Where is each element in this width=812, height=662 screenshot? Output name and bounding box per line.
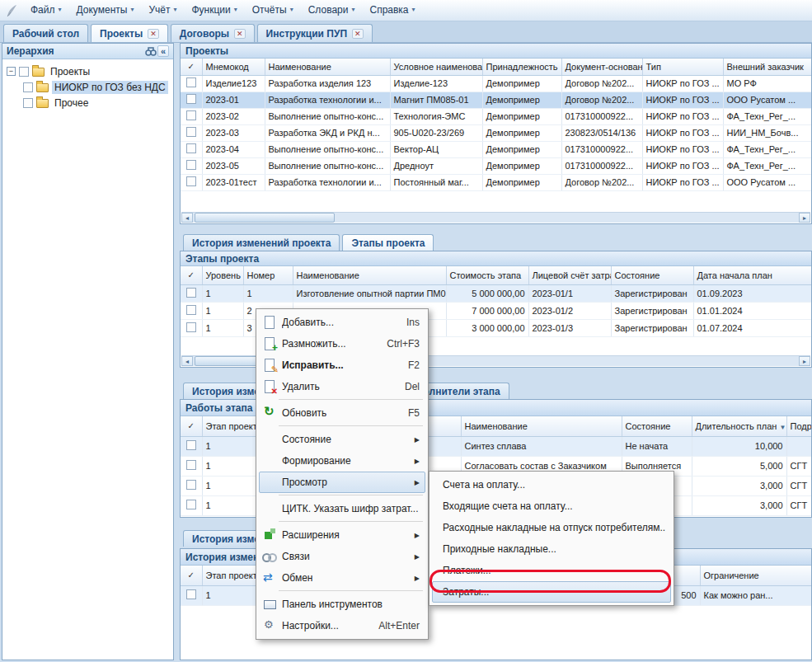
check-column-header[interactable]: ✓ [181, 59, 202, 75]
menu-item-citk-cost-code[interactable]: ЦИТК. Указать шифр затрат... [259, 498, 425, 519]
tab-project-stages[interactable]: Этапы проекта [342, 234, 434, 251]
col-plan-start-date[interactable]: Дата начала план [693, 266, 812, 284]
tree-node-other[interactable]: Прочее [4, 95, 171, 110]
col-department[interactable]: Подр... [786, 416, 812, 436]
row-checkbox[interactable] [186, 440, 196, 450]
col-name[interactable]: Наименование [461, 416, 622, 436]
col-external-customer[interactable]: Внешний заказчик [723, 59, 812, 75]
col-name[interactable]: Наименование [293, 266, 446, 284]
col-type[interactable]: Тип [642, 59, 723, 75]
close-icon[interactable]: ✕ [234, 29, 246, 39]
cell: 5,000 [692, 456, 786, 476]
col-name[interactable]: Наименование [265, 59, 390, 75]
col-belonging[interactable]: Принадлежность [482, 59, 561, 75]
close-icon[interactable]: ✕ [148, 29, 159, 39]
binoculars-icon[interactable] [144, 45, 157, 58]
row-checkbox[interactable] [186, 480, 196, 490]
menu-item-formation[interactable]: Формирование▶ [259, 450, 425, 472]
panel-title-text: Проекты [185, 45, 228, 57]
menubar-item-help[interactable]: Справка▾ [363, 2, 421, 19]
row-checkbox[interactable] [186, 160, 196, 170]
row-checkbox[interactable] [186, 460, 196, 470]
menu-item-exchange[interactable]: Обмен▶ [259, 567, 425, 589]
menu-item-settings[interactable]: Настройки...Alt+Enter [259, 615, 425, 636]
row-checkbox[interactable] [186, 322, 196, 332]
row-checkbox[interactable] [186, 305, 196, 315]
submenu-item-expense-notes[interactable]: Расходные накладные на отпуск потребител… [432, 517, 671, 538]
cell: 230823/0514/136 [561, 124, 642, 141]
row-checkbox[interactable] [186, 143, 196, 153]
submenu-item-invoices[interactable]: Счета на оплату... [432, 474, 671, 495]
panel-title-text: История измен [185, 552, 259, 563]
table-row-selected[interactable]: 2023-01Разработка технологии и...Магнит … [181, 92, 812, 108]
menubar-item-file[interactable]: Файл▾ [24, 2, 68, 19]
menubar-item-reports[interactable]: Отчёты▾ [246, 2, 300, 19]
col-plan-duration[interactable]: Длительность план ▼ [692, 416, 786, 436]
col-mnemocode[interactable]: Мнемокод [202, 59, 265, 75]
col-level[interactable]: Уровень [202, 266, 243, 284]
menu-item-links[interactable]: Связи▶ [259, 546, 425, 567]
col-basis-document[interactable]: Документ-основан [561, 59, 642, 75]
submenu-item-receipt-notes[interactable]: Приходные накладные... [432, 538, 671, 560]
check-column-header[interactable]: ✓ [181, 416, 202, 436]
col-stage-cost[interactable]: Стоимость этапа [446, 266, 528, 284]
menu-item-delete[interactable]: УдалитьDel [259, 376, 425, 397]
col-cost-account[interactable]: Лицевой счёт затрат [528, 266, 611, 284]
menu-item-view[interactable]: Просмотр▶ [259, 472, 425, 493]
menu-item-duplicate[interactable]: Размножить...Ctrl+F3 [259, 333, 425, 354]
table-row[interactable]: 2023-01тестРазработка технологии и...Пос… [181, 174, 812, 190]
tab-contracts[interactable]: Договоры✕ [171, 24, 255, 42]
row-checkbox[interactable] [186, 500, 196, 509]
col-state[interactable]: Состояние [611, 266, 693, 284]
menu-item-extensions[interactable]: Расширения▶ [259, 524, 425, 546]
row-checkbox[interactable] [186, 127, 196, 137]
table-row[interactable]: 2023-02Выполнение опытно-конс...Технолог… [181, 108, 812, 124]
table-row-current[interactable]: 11Изготовление опытной партии ПМ0...5 00… [181, 284, 812, 302]
menubar-item-documents[interactable]: Документы▾ [70, 2, 141, 19]
collapse-panel-button[interactable]: « [157, 45, 169, 57]
table-row[interactable]: Изделие123Разработка изделия 123Изделие-… [181, 75, 812, 92]
menu-item-add[interactable]: Добавить...Ins [259, 312, 425, 333]
tree-checkbox[interactable] [19, 67, 29, 77]
tree-node-projects[interactable]: − Проекты [4, 63, 171, 79]
close-icon[interactable]: ✕ [352, 29, 364, 39]
row-checkbox[interactable] [186, 110, 196, 120]
col-state[interactable]: Состояние [622, 416, 692, 436]
table-row[interactable]: 2023-04Выполнение опытно-конс...Вектор-А… [181, 141, 812, 157]
scrollbar-thumb[interactable] [195, 213, 335, 223]
menu-item-edit[interactable]: Исправить...F2 [259, 354, 425, 376]
menu-item-refresh[interactable]: ОбновитьF5 [259, 402, 425, 424]
scroll-left-button[interactable]: ◂ [181, 356, 193, 366]
check-column-header[interactable]: ✓ [181, 266, 202, 284]
row-checkbox[interactable] [186, 77, 196, 87]
menubar-item-dictionaries[interactable]: Словари▾ [302, 2, 362, 19]
row-checkbox[interactable] [186, 94, 196, 104]
menubar-item-accounting[interactable]: Учёт▾ [142, 2, 183, 19]
submenu-item-incoming-invoices[interactable]: Входящие счета на оплату... [432, 495, 671, 517]
menu-item-state[interactable]: Состояние▶ [259, 429, 425, 450]
col-number[interactable]: Номер [243, 266, 293, 284]
row-checkbox[interactable] [186, 288, 196, 298]
col-codename[interactable]: Условное наименова [390, 59, 482, 75]
menu-item-toolbar[interactable]: Панель инструментов [259, 594, 425, 615]
tree-checkbox[interactable] [23, 98, 33, 108]
scroll-right-button[interactable]: ▸ [799, 213, 810, 223]
row-checkbox[interactable] [186, 589, 196, 599]
horizontal-scrollbar[interactable]: ◂ ▸ [181, 212, 810, 223]
table-row[interactable]: 2023-05Выполнение опытно-конс...Дредноут… [181, 157, 812, 174]
check-column-header[interactable]: ✓ [181, 566, 202, 585]
menu-separator [279, 399, 423, 400]
tab-desktop[interactable]: Рабочий стол [3, 24, 88, 42]
row-checkbox[interactable] [186, 176, 196, 186]
tab-instructions[interactable]: Инструкции ПУП✕ [257, 24, 373, 42]
menubar-item-functions[interactable]: Функции▾ [185, 2, 243, 19]
tree-checkbox[interactable] [23, 82, 33, 92]
table-row[interactable]: 2023-03Разработка ЭКД и РКД н...905-U020… [181, 124, 812, 141]
scroll-left-button[interactable]: ◂ [181, 213, 193, 223]
tree-expander-icon[interactable]: − [7, 67, 16, 76]
col-constraint[interactable]: Ограничение [700, 566, 812, 585]
scroll-right-button[interactable]: ▸ [799, 356, 810, 366]
tab-projects[interactable]: Проекты✕ [91, 24, 168, 42]
tree-node-niokr[interactable]: НИОКР по ГОЗ без НДС [4, 79, 171, 95]
tab-project-history[interactable]: История изменений проекта [183, 234, 340, 251]
